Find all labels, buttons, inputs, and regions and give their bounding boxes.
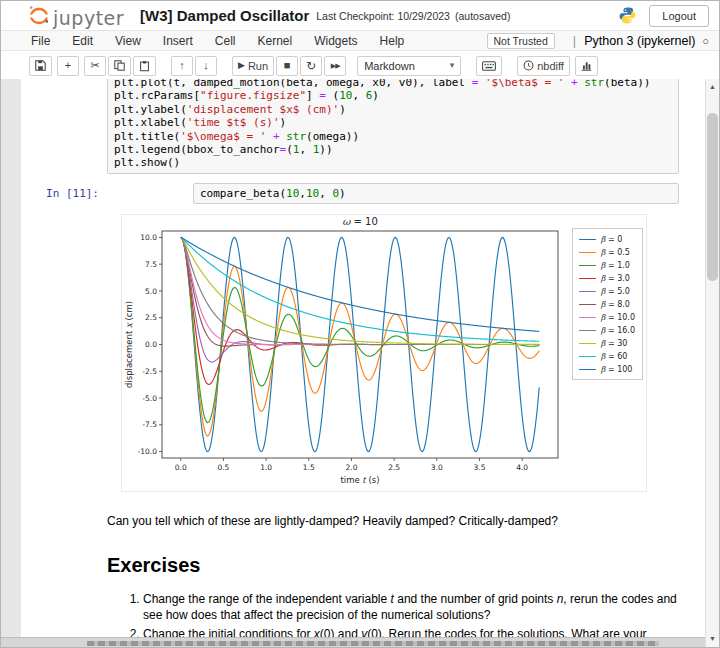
svg-text:0.0: 0.0	[145, 340, 157, 349]
legend-label: β = 100	[601, 365, 633, 374]
svg-text:-10.0: -10.0	[138, 447, 158, 456]
interrupt-kernel-button[interactable]: ■	[276, 56, 298, 76]
stop-icon: ■	[284, 60, 291, 71]
cell-type-value: Markdown	[364, 60, 415, 72]
svg-text:-5.0: -5.0	[142, 394, 157, 403]
scissors-icon: ✂	[90, 60, 99, 71]
menu-items: FileEditViewInsertCellKernelWidgetsHelp	[31, 34, 415, 48]
legend-item: β = 8.0	[579, 298, 635, 311]
menu-cell[interactable]: Cell	[204, 32, 247, 50]
plus-icon: +	[65, 60, 71, 71]
notebook-scrollbar[interactable]: ▲ ▼	[705, 79, 719, 647]
code-cell-input[interactable]: compare_beta(10,10, 0)	[193, 183, 679, 204]
notebook-container[interactable]: plt.plot(t, damped_motion(beta, omega, x…	[21, 79, 705, 637]
add-cell-button[interactable]: +	[57, 56, 79, 76]
cell-type-dropdown[interactable]: Markdown ▾	[357, 56, 461, 76]
svg-text:2.5: 2.5	[388, 463, 400, 472]
save-icon	[35, 60, 46, 71]
paste-icon	[139, 60, 150, 72]
menu-insert[interactable]: Insert	[152, 32, 204, 50]
cut-cell-button[interactable]: ✂	[84, 56, 106, 76]
menu-bar: FileEditViewInsertCellKernelWidgetsHelp …	[1, 30, 719, 51]
scroll-up-arrow[interactable]: ▲	[706, 81, 719, 93]
svg-text:7.5: 7.5	[145, 260, 157, 269]
trust-badge[interactable]: Not Trusted	[487, 33, 555, 49]
jupyter-logo[interactable]: jupyter	[29, 3, 124, 29]
nbdiff-clock-icon	[523, 60, 534, 71]
logout-button[interactable]: Logout	[649, 5, 709, 27]
menu-edit[interactable]: Edit	[61, 32, 104, 50]
legend-item: β = 16.0	[579, 324, 635, 337]
svg-text:10.0: 10.0	[140, 233, 157, 242]
legend-line-swatch	[579, 278, 596, 279]
svg-text:ω = 10: ω = 10	[342, 216, 378, 227]
copy-icon	[114, 60, 125, 71]
legend-item: β = 0.5	[579, 246, 635, 259]
scrollbar-thumb[interactable]	[707, 113, 718, 281]
code-line: plt.legend(bbox_to_anchor=(1, 1))	[114, 143, 672, 156]
run-label: Run	[248, 60, 268, 72]
code-cell: In [11]: compare_beta(10,10, 0)	[21, 183, 705, 204]
legend-line-swatch	[579, 317, 596, 318]
legend-item: β = 10.0	[579, 311, 635, 324]
jupyter-logo-text: jupyter	[53, 7, 124, 29]
legend-item: β = 30	[579, 337, 635, 350]
paste-cell-button[interactable]	[133, 56, 156, 76]
svg-text:5.0: 5.0	[145, 287, 157, 296]
chevron-down-icon: ▾	[450, 61, 455, 70]
menu-view[interactable]: View	[104, 32, 152, 50]
legend-label: β = 30	[601, 339, 628, 348]
legend-line-swatch	[579, 291, 596, 292]
code-line: plt.rcParams["figure.figsize"] = (10, 6)	[114, 89, 672, 102]
command-palette-button[interactable]	[476, 56, 502, 76]
arrow-up-icon: ↑	[179, 60, 185, 71]
legend-item: β = 60	[579, 350, 635, 363]
run-button[interactable]: ▶ Run	[232, 56, 274, 76]
menu-kernel[interactable]: Kernel	[247, 32, 304, 50]
save-button[interactable]	[29, 56, 52, 76]
exercises-list: Change the range of the independent vari…	[107, 591, 679, 637]
exercises-heading: Exercises	[107, 554, 679, 577]
nbdiff-button[interactable]: nbdiff	[517, 56, 570, 76]
svg-text:1.0: 1.0	[260, 463, 272, 472]
legend-item: β = 0	[579, 233, 635, 246]
svg-text:3.5: 3.5	[474, 463, 486, 472]
chart-tool-button[interactable]	[575, 56, 598, 76]
jupyter-planet-icon	[29, 3, 49, 25]
menu-widgets[interactable]: Widgets	[303, 32, 368, 50]
svg-text:displacement x (cm): displacement x (cm)	[124, 301, 134, 388]
legend-item: β = 5.0	[579, 285, 635, 298]
legend-item: β = 100	[579, 363, 635, 376]
legend-line-swatch	[579, 356, 596, 357]
svg-text:4.0: 4.0	[516, 463, 528, 472]
notebook-title[interactable]: [W3] Damped Oscillator	[140, 7, 309, 24]
move-cell-down-button[interactable]: ↓	[195, 56, 217, 76]
legend-line-swatch	[579, 369, 596, 370]
menu-file[interactable]: File	[31, 32, 61, 50]
code-line: plt.xlabel('time $t$ (s)')	[114, 116, 672, 129]
jupyter-window: jupyter [W3] Damped Oscillator Last Chec…	[0, 0, 720, 648]
legend-item: β = 3.0	[579, 272, 635, 285]
restart-kernel-button[interactable]: ↻	[300, 56, 322, 76]
legend-label: β = 60	[601, 352, 628, 361]
svg-text:0.5: 0.5	[217, 463, 229, 472]
legend-line-swatch	[579, 265, 596, 266]
svg-text:3.0: 3.0	[431, 463, 443, 472]
kernel-divider: |	[573, 33, 576, 48]
menu-help[interactable]: Help	[369, 32, 416, 50]
code-cell-input[interactable]: plt.plot(t, damped_motion(beta, omega, x…	[107, 79, 679, 174]
input-prompt: In [11]:	[21, 183, 107, 200]
kernel-name: Python 3 (ipykernel)	[584, 34, 695, 48]
svg-text:2.0: 2.0	[345, 463, 357, 472]
code-line: plt.ylabel('displacement $x$ (cm)')	[114, 103, 672, 116]
exercise-item: Change the initial conditions for x(0) a…	[143, 626, 679, 637]
legend-label: β = 16.0	[601, 326, 635, 335]
python-logo-icon	[618, 6, 637, 25]
restart-run-all-button[interactable]: ▶▶	[324, 56, 346, 76]
copy-cell-button[interactable]	[108, 56, 131, 76]
legend-label: β = 0	[601, 235, 623, 244]
legend-label: β = 10.0	[601, 313, 635, 322]
svg-text:time t (s): time t (s)	[340, 475, 379, 485]
move-cell-up-button[interactable]: ↑	[171, 56, 193, 76]
scroll-down-arrow[interactable]: ▼	[706, 633, 719, 645]
